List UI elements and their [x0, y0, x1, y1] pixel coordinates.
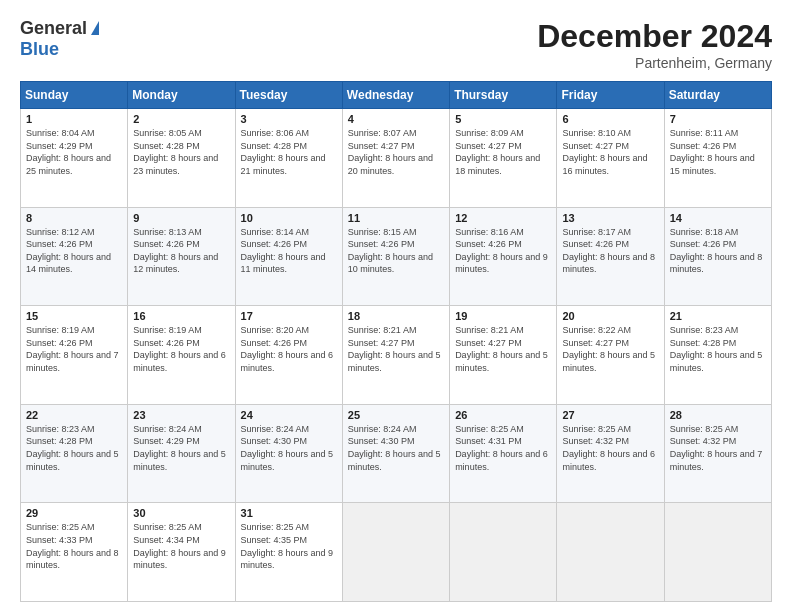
day-number: 23 — [133, 409, 229, 421]
day-info: Sunrise: 8:25 AMSunset: 4:32 PMDaylight:… — [562, 423, 658, 473]
page: General Blue December 2024 Partenheim, G… — [0, 0, 792, 612]
day-number: 31 — [241, 507, 337, 519]
day-number: 6 — [562, 113, 658, 125]
day-number: 15 — [26, 310, 122, 322]
calendar-cell: 28Sunrise: 8:25 AMSunset: 4:32 PMDayligh… — [664, 404, 771, 503]
calendar-cell: 11Sunrise: 8:15 AMSunset: 4:26 PMDayligh… — [342, 207, 449, 306]
calendar-week-row: 1Sunrise: 8:04 AMSunset: 4:29 PMDaylight… — [21, 109, 772, 208]
day-info: Sunrise: 8:23 AMSunset: 4:28 PMDaylight:… — [670, 324, 766, 374]
calendar-cell: 14Sunrise: 8:18 AMSunset: 4:26 PMDayligh… — [664, 207, 771, 306]
day-info: Sunrise: 8:12 AMSunset: 4:26 PMDaylight:… — [26, 226, 122, 276]
day-info: Sunrise: 8:05 AMSunset: 4:28 PMDaylight:… — [133, 127, 229, 177]
day-info: Sunrise: 8:24 AMSunset: 4:30 PMDaylight:… — [241, 423, 337, 473]
day-info: Sunrise: 8:25 AMSunset: 4:32 PMDaylight:… — [670, 423, 766, 473]
calendar-cell: 15Sunrise: 8:19 AMSunset: 4:26 PMDayligh… — [21, 306, 128, 405]
day-number: 26 — [455, 409, 551, 421]
calendar-cell — [450, 503, 557, 602]
calendar-cell: 12Sunrise: 8:16 AMSunset: 4:26 PMDayligh… — [450, 207, 557, 306]
day-number: 27 — [562, 409, 658, 421]
calendar-cell: 18Sunrise: 8:21 AMSunset: 4:27 PMDayligh… — [342, 306, 449, 405]
calendar-cell: 21Sunrise: 8:23 AMSunset: 4:28 PMDayligh… — [664, 306, 771, 405]
day-number: 4 — [348, 113, 444, 125]
calendar-cell: 22Sunrise: 8:23 AMSunset: 4:28 PMDayligh… — [21, 404, 128, 503]
day-info: Sunrise: 8:21 AMSunset: 4:27 PMDaylight:… — [348, 324, 444, 374]
calendar-day-header: Wednesday — [342, 82, 449, 109]
day-number: 9 — [133, 212, 229, 224]
day-info: Sunrise: 8:17 AMSunset: 4:26 PMDaylight:… — [562, 226, 658, 276]
calendar-cell: 3Sunrise: 8:06 AMSunset: 4:28 PMDaylight… — [235, 109, 342, 208]
calendar-day-header: Monday — [128, 82, 235, 109]
calendar-day-header: Tuesday — [235, 82, 342, 109]
day-number: 19 — [455, 310, 551, 322]
calendar-cell: 13Sunrise: 8:17 AMSunset: 4:26 PMDayligh… — [557, 207, 664, 306]
calendar-week-row: 29Sunrise: 8:25 AMSunset: 4:33 PMDayligh… — [21, 503, 772, 602]
calendar-header-row: SundayMondayTuesdayWednesdayThursdayFrid… — [21, 82, 772, 109]
day-number: 30 — [133, 507, 229, 519]
day-number: 24 — [241, 409, 337, 421]
day-info: Sunrise: 8:25 AMSunset: 4:33 PMDaylight:… — [26, 521, 122, 571]
day-info: Sunrise: 8:13 AMSunset: 4:26 PMDaylight:… — [133, 226, 229, 276]
day-number: 25 — [348, 409, 444, 421]
day-info: Sunrise: 8:19 AMSunset: 4:26 PMDaylight:… — [133, 324, 229, 374]
day-info: Sunrise: 8:06 AMSunset: 4:28 PMDaylight:… — [241, 127, 337, 177]
calendar-cell: 30Sunrise: 8:25 AMSunset: 4:34 PMDayligh… — [128, 503, 235, 602]
calendar-cell — [557, 503, 664, 602]
calendar-cell — [664, 503, 771, 602]
calendar-cell: 1Sunrise: 8:04 AMSunset: 4:29 PMDaylight… — [21, 109, 128, 208]
day-info: Sunrise: 8:16 AMSunset: 4:26 PMDaylight:… — [455, 226, 551, 276]
day-number: 18 — [348, 310, 444, 322]
day-number: 2 — [133, 113, 229, 125]
calendar-cell: 7Sunrise: 8:11 AMSunset: 4:26 PMDaylight… — [664, 109, 771, 208]
day-info: Sunrise: 8:04 AMSunset: 4:29 PMDaylight:… — [26, 127, 122, 177]
calendar-cell: 5Sunrise: 8:09 AMSunset: 4:27 PMDaylight… — [450, 109, 557, 208]
calendar-week-row: 15Sunrise: 8:19 AMSunset: 4:26 PMDayligh… — [21, 306, 772, 405]
calendar-day-header: Friday — [557, 82, 664, 109]
logo-general-text: General — [20, 18, 87, 39]
day-number: 12 — [455, 212, 551, 224]
title-location: Partenheim, Germany — [537, 55, 772, 71]
calendar-cell: 29Sunrise: 8:25 AMSunset: 4:33 PMDayligh… — [21, 503, 128, 602]
calendar-week-row: 8Sunrise: 8:12 AMSunset: 4:26 PMDaylight… — [21, 207, 772, 306]
day-number: 16 — [133, 310, 229, 322]
day-info: Sunrise: 8:24 AMSunset: 4:30 PMDaylight:… — [348, 423, 444, 473]
day-number: 8 — [26, 212, 122, 224]
day-info: Sunrise: 8:23 AMSunset: 4:28 PMDaylight:… — [26, 423, 122, 473]
day-info: Sunrise: 8:15 AMSunset: 4:26 PMDaylight:… — [348, 226, 444, 276]
calendar-week-row: 22Sunrise: 8:23 AMSunset: 4:28 PMDayligh… — [21, 404, 772, 503]
calendar-cell: 4Sunrise: 8:07 AMSunset: 4:27 PMDaylight… — [342, 109, 449, 208]
day-info: Sunrise: 8:07 AMSunset: 4:27 PMDaylight:… — [348, 127, 444, 177]
day-number: 10 — [241, 212, 337, 224]
calendar-cell: 16Sunrise: 8:19 AMSunset: 4:26 PMDayligh… — [128, 306, 235, 405]
logo-blue-text: Blue — [20, 39, 59, 60]
day-number: 22 — [26, 409, 122, 421]
calendar-cell: 20Sunrise: 8:22 AMSunset: 4:27 PMDayligh… — [557, 306, 664, 405]
header: General Blue December 2024 Partenheim, G… — [20, 18, 772, 71]
day-info: Sunrise: 8:21 AMSunset: 4:27 PMDaylight:… — [455, 324, 551, 374]
day-info: Sunrise: 8:14 AMSunset: 4:26 PMDaylight:… — [241, 226, 337, 276]
day-number: 5 — [455, 113, 551, 125]
calendar-cell: 23Sunrise: 8:24 AMSunset: 4:29 PMDayligh… — [128, 404, 235, 503]
calendar-cell: 31Sunrise: 8:25 AMSunset: 4:35 PMDayligh… — [235, 503, 342, 602]
calendar-cell: 24Sunrise: 8:24 AMSunset: 4:30 PMDayligh… — [235, 404, 342, 503]
calendar-day-header: Saturday — [664, 82, 771, 109]
day-number: 20 — [562, 310, 658, 322]
day-info: Sunrise: 8:24 AMSunset: 4:29 PMDaylight:… — [133, 423, 229, 473]
title-block: December 2024 Partenheim, Germany — [537, 18, 772, 71]
day-number: 7 — [670, 113, 766, 125]
calendar-cell: 10Sunrise: 8:14 AMSunset: 4:26 PMDayligh… — [235, 207, 342, 306]
title-month: December 2024 — [537, 18, 772, 55]
day-number: 17 — [241, 310, 337, 322]
calendar-cell: 27Sunrise: 8:25 AMSunset: 4:32 PMDayligh… — [557, 404, 664, 503]
calendar-cell: 9Sunrise: 8:13 AMSunset: 4:26 PMDaylight… — [128, 207, 235, 306]
logo-triangle-icon — [91, 21, 99, 35]
day-info: Sunrise: 8:10 AMSunset: 4:27 PMDaylight:… — [562, 127, 658, 177]
day-info: Sunrise: 8:11 AMSunset: 4:26 PMDaylight:… — [670, 127, 766, 177]
day-info: Sunrise: 8:09 AMSunset: 4:27 PMDaylight:… — [455, 127, 551, 177]
day-info: Sunrise: 8:25 AMSunset: 4:31 PMDaylight:… — [455, 423, 551, 473]
calendar-cell: 8Sunrise: 8:12 AMSunset: 4:26 PMDaylight… — [21, 207, 128, 306]
calendar-cell: 19Sunrise: 8:21 AMSunset: 4:27 PMDayligh… — [450, 306, 557, 405]
day-number: 13 — [562, 212, 658, 224]
day-info: Sunrise: 8:19 AMSunset: 4:26 PMDaylight:… — [26, 324, 122, 374]
day-number: 29 — [26, 507, 122, 519]
calendar-cell: 2Sunrise: 8:05 AMSunset: 4:28 PMDaylight… — [128, 109, 235, 208]
